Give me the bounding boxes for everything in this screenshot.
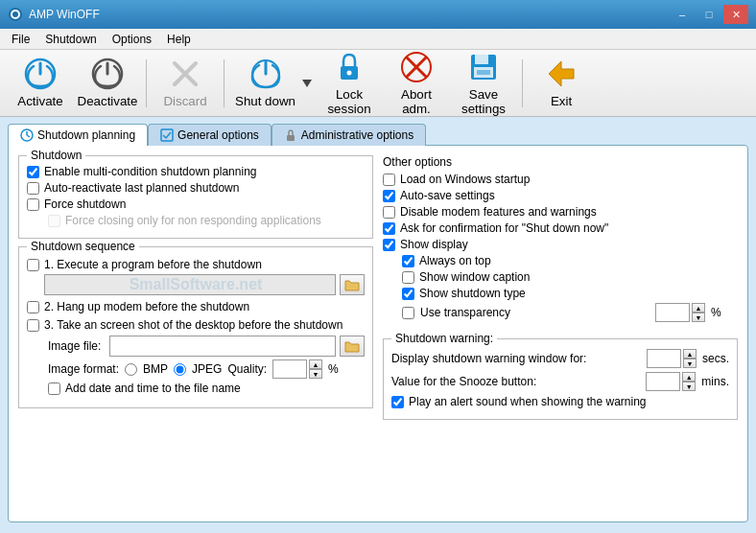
force-shutdown-checkbox[interactable] [27, 198, 39, 211]
display-warning-label: Display shutdown warning window for: [391, 352, 641, 365]
adddate-label: Add date and time to the file name [65, 382, 241, 395]
display-warning-spin-buttons: ▲ ▼ [683, 349, 697, 368]
shutdown-label: Shut down [235, 94, 295, 108]
quality-spin-up[interactable]: ▲ [309, 359, 322, 369]
sequence-group: Shutdown sequence 1. Execute a program b… [18, 246, 373, 408]
transparency-spin-buttons: ▲ ▼ [692, 303, 705, 322]
main-content: Shutdown planning General options Admini… [0, 117, 756, 533]
toolbar-separator-2 [224, 59, 224, 107]
menu-help[interactable]: Help [159, 31, 199, 48]
auto-reactivate-row: Auto-reactivate last planned shutdown [27, 181, 365, 195]
lock-session-button[interactable]: Lock session [317, 54, 382, 113]
bmp-radio[interactable] [125, 363, 137, 376]
abort-adm-icon [399, 51, 434, 83]
quality-label: Quality: [227, 362, 267, 376]
seq-label-1: 1. Execute a program before the shutdown [27, 258, 365, 271]
clock-icon [20, 128, 34, 142]
menu-file[interactable]: File [4, 31, 37, 48]
display-warning-spin-up[interactable]: ▲ [683, 349, 697, 359]
load-windows-row: Load on Windows startup [383, 173, 738, 186]
adddate-row: Add date and time to the file name [48, 382, 365, 395]
toolbar-separator-3 [522, 59, 523, 107]
sequence-item-1: 1. Execute a program before the shutdown… [27, 258, 365, 295]
deactivate-button[interactable]: Deactivate [75, 54, 140, 113]
seq1-checkbox[interactable] [27, 259, 39, 271]
sequence-group-title: Shutdown sequence [27, 240, 139, 253]
app-icon [8, 7, 23, 22]
window-title: AMP WinOFF [29, 8, 100, 21]
quality-input[interactable]: 75 [272, 359, 307, 379]
activate-button[interactable]: Activate [8, 54, 73, 113]
image-browse-button[interactable] [340, 336, 365, 357]
always-on-top-checkbox[interactable] [402, 255, 414, 267]
menu-shutdown[interactable]: Shutdown [37, 31, 104, 48]
ask-confirm-label: Ask for confirmation for "Shut down now" [400, 221, 608, 235]
shutdown-dropdown-button[interactable] [299, 54, 315, 113]
show-shutdown-type-row: Show shutdown type [402, 287, 738, 300]
minimize-button[interactable]: – [670, 5, 695, 24]
lock-session-label: Lock session [321, 87, 377, 116]
quality-spin-down[interactable]: ▼ [309, 369, 322, 379]
always-on-top-row: Always on top [402, 254, 738, 267]
snooze-label: Value for the Snooze button: [391, 375, 640, 388]
auto-save-row: Auto-save settings [383, 189, 738, 202]
show-display-label: Show display [400, 238, 468, 251]
lock-tab-icon [284, 128, 297, 142]
force-closing-label: Force closing only for non responding ap… [65, 214, 321, 227]
snooze-spin-down[interactable]: ▼ [682, 382, 696, 391]
snooze-spin-up[interactable]: ▲ [682, 372, 696, 382]
ask-confirm-checkbox[interactable] [383, 222, 395, 235]
tab-shutdown-planning[interactable]: Shutdown planning [8, 124, 148, 146]
discard-button[interactable]: Discard [153, 54, 218, 113]
svg-point-2 [12, 12, 18, 17]
transparency-unit: % [711, 306, 738, 319]
exit-button[interactable]: Exit [529, 54, 594, 113]
display-warning-spin-down[interactable]: ▼ [683, 359, 697, 368]
jpeg-radio[interactable] [174, 363, 186, 376]
seq2-label: 2. Hang up modem before the shutdown [44, 300, 249, 313]
transparency-input[interactable]: 25 [655, 303, 690, 322]
show-shutdown-type-checkbox[interactable] [402, 288, 414, 300]
snooze-row: Value for the Snooze button: 10 ▲ ▼ mins… [391, 372, 729, 391]
transparency-spin-up[interactable]: ▲ [692, 303, 705, 313]
enable-multi-checkbox[interactable] [27, 166, 39, 178]
abort-adm-button[interactable]: Abort adm. [384, 54, 449, 113]
auto-reactivate-checkbox[interactable] [27, 182, 39, 195]
svg-rect-23 [287, 135, 295, 141]
seq3-checkbox[interactable] [27, 319, 39, 332]
show-window-caption-checkbox[interactable] [402, 271, 414, 284]
show-shutdown-type-label: Show shutdown type [419, 287, 526, 300]
other-options-section: Other options Load on Windows startup Au… [383, 155, 738, 325]
transparency-spin-down[interactable]: ▼ [692, 313, 705, 322]
use-transparency-checkbox[interactable] [402, 307, 414, 319]
tab-general-options[interactable]: General options [148, 124, 272, 146]
display-warning-input[interactable]: 15 [647, 349, 681, 368]
snooze-input[interactable]: 10 [646, 372, 680, 391]
discard-icon [168, 58, 202, 90]
tab-administrative-options[interactable]: Administrative options [272, 124, 426, 146]
force-closing-row: Force closing only for non responding ap… [27, 214, 365, 227]
svg-rect-22 [161, 129, 173, 141]
seq1-browse-button[interactable] [340, 274, 365, 295]
load-windows-checkbox[interactable] [383, 174, 395, 186]
menu-options[interactable]: Options [105, 31, 159, 48]
show-display-checkbox[interactable] [383, 239, 395, 251]
force-closing-checkbox[interactable] [48, 215, 60, 227]
close-button[interactable]: ✕ [723, 5, 748, 24]
shutdown-button[interactable]: Shut down [230, 54, 299, 113]
auto-save-checkbox[interactable] [383, 190, 395, 202]
shutdown-group: Shutdown Enable multi-condition shutdown… [18, 155, 373, 239]
seq1-program-input[interactable] [44, 274, 336, 295]
maximize-button[interactable]: □ [697, 5, 721, 24]
sequence-item-2: 2. Hang up modem before the shutdown [27, 300, 365, 313]
disable-modem-checkbox[interactable] [383, 206, 395, 219]
play-alert-checkbox[interactable] [391, 396, 404, 408]
play-alert-label: Play an alert sound when showing the war… [409, 395, 647, 408]
image-file-row: Image file: [48, 336, 365, 357]
adddate-checkbox[interactable] [48, 382, 60, 395]
save-settings-button[interactable]: Save settings [451, 54, 516, 113]
auto-save-label: Auto-save settings [400, 189, 495, 202]
bmp-label: BMP [143, 362, 168, 376]
image-file-input[interactable] [109, 336, 336, 357]
seq2-checkbox[interactable] [27, 301, 39, 313]
